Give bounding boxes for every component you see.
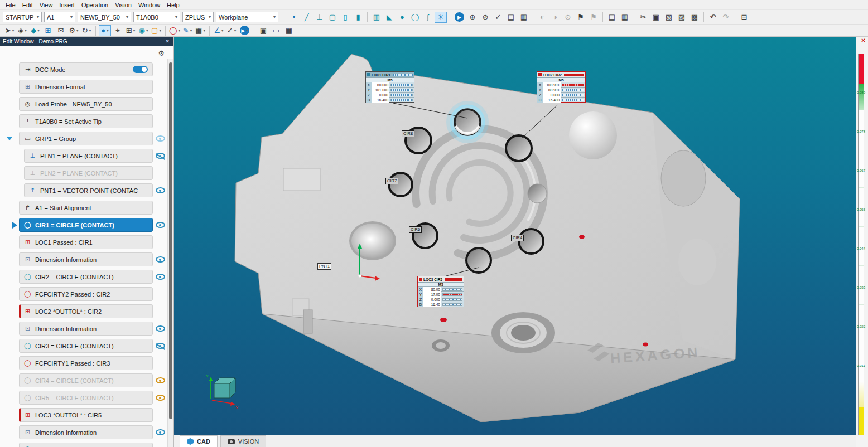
feature-list-icon[interactable]: ⊞	[124, 25, 137, 36]
wireframe-sphere-icon[interactable]: ◑	[549, 12, 561, 23]
visibility-eye-icon[interactable]	[156, 377, 165, 383]
notch-icon[interactable]: ▮	[352, 12, 364, 23]
grid-icon[interactable]: ▦	[194, 25, 206, 36]
cut-icon[interactable]: ✂	[637, 12, 649, 23]
startup-dropdown[interactable]: STARTUP	[3, 12, 42, 22]
probe-toolbox-icon[interactable]: ◆	[29, 25, 41, 36]
visibility-eye-icon[interactable]	[156, 325, 165, 332]
visibility-eye-icon[interactable]	[156, 187, 165, 193]
tree-item-dcc-mode[interactable]: ⇥DCC Mode	[2, 62, 167, 76]
dimension-callout-loc3[interactable]: LOC3 CIR5 M5 X80.00 Y17.00 Z0.000 D16.40	[417, 276, 464, 307]
cylinder-icon[interactable]: ▥	[370, 12, 383, 23]
visibility-eye-icon[interactable]	[156, 429, 165, 435]
rotate-icon[interactable]: ↻	[80, 25, 93, 36]
vector-icon[interactable]: ∠	[213, 25, 225, 36]
view-setup-icon[interactable]: ◈	[16, 25, 28, 36]
insert-feature-icon[interactable]: ⊕	[466, 12, 479, 23]
tree-item-cir3[interactable]: ◯CIR3 = CIRCLE (CONTACT)	[2, 339, 167, 353]
bookmark-icon[interactable]: ⚑	[575, 12, 587, 23]
tree-item-cir6[interactable]: ◯CIR6 = CIRCLE (CONTACT)	[2, 443, 167, 447]
tip-dropdown[interactable]: T1A0B0	[133, 12, 180, 22]
line-icon[interactable]: ╱	[301, 12, 313, 23]
cone-icon[interactable]: ◣	[383, 12, 396, 23]
tree-item-dimension-information-3[interactable]: ⊡Dimension Information	[2, 425, 167, 439]
grid-table-icon[interactable]: ▩	[688, 12, 701, 23]
tree-item-dimension-format[interactable]: ⊞Dimension Format	[2, 80, 167, 94]
tree-item-loc3[interactable]: ⊞LOC3 *OUTTOL* : CIR5	[2, 408, 167, 422]
graphics-view-icon[interactable]: ●	[99, 25, 111, 36]
zplus-dropdown[interactable]: ZPLUS	[182, 12, 214, 22]
tree-item-fcfcirty2[interactable]: ◯FCFCIRTY2 Passed : CIR2	[2, 287, 167, 301]
tree-item-cir5[interactable]: ◯CIR5 = CIRCLE (CONTACT)	[2, 391, 167, 405]
tree-item-pln1[interactable]: ⊥PLN1 = PLANE (CONTACT)	[2, 149, 167, 163]
workplane-icon[interactable]: ▢	[150, 25, 162, 36]
feature-label-cir7[interactable]: CIR7	[385, 178, 398, 184]
square-slot-icon[interactable]: ▯	[339, 12, 351, 23]
visibility-eye-icon[interactable]	[156, 222, 165, 228]
visibility-eye-icon[interactable]	[156, 395, 165, 401]
circle-tool-icon[interactable]: ◯	[168, 25, 181, 36]
tree-item-dimension-information-2[interactable]: ⊡Dimension Information	[2, 322, 167, 336]
sketch-icon[interactable]: ✎	[181, 25, 194, 36]
plane-icon[interactable]: ⊥	[314, 12, 326, 23]
feature-label-cir4[interactable]: CIR4	[511, 235, 524, 241]
curve-icon[interactable]: ʃ	[422, 12, 434, 23]
round-slot-icon[interactable]: ▢	[326, 12, 339, 23]
execute-program-icon[interactable]: ▶	[240, 26, 249, 35]
report-grid-icon[interactable]: ▦	[619, 12, 631, 23]
tree-item-loc2[interactable]: ⊞LOC2 *OUTTOL* : CIR2	[2, 304, 167, 318]
feature-label-pnt1[interactable]: PNT1	[317, 263, 331, 270]
tab-cad[interactable]: CAD	[180, 435, 218, 447]
menu-window[interactable]: Window	[135, 1, 163, 9]
visibility-eye-icon[interactable]	[156, 256, 165, 263]
edit-window-title-bar[interactable]: Edit Window - Demo.PRG ✕	[0, 37, 173, 46]
gear-icon[interactable]: ⚙	[158, 49, 165, 57]
tree-item-pln2[interactable]: ⊥PLN2 = PLANE (CONTACT)	[2, 166, 167, 180]
probe-position-icon[interactable]: ⌖	[112, 25, 124, 36]
shaded-sphere-icon[interactable]: ◐	[536, 12, 548, 23]
close-graph-icon[interactable]: ✕	[861, 37, 866, 43]
menu-vision[interactable]: Vision	[112, 1, 135, 9]
verify-icon[interactable]: ✓	[492, 12, 504, 23]
dcc-mode-toggle[interactable]	[133, 66, 148, 73]
visibility-eye-off-icon[interactable]	[156, 343, 165, 349]
auto-feature-icon[interactable]: ✳	[435, 12, 447, 23]
menu-insert[interactable]: Insert	[56, 1, 78, 9]
edit-document-icon[interactable]: ▤	[505, 12, 517, 23]
live-view-icon[interactable]: ▭	[270, 25, 282, 36]
tree-item-fcfcirty1[interactable]: ◯FCFCIRTY1 Passed : CIR3	[2, 356, 167, 370]
menu-view[interactable]: View	[36, 1, 56, 9]
dimension-callout-loc1[interactable]: LOC1 CIR1 M5 X80.000 Y101.000 Z0.000 D16…	[365, 71, 414, 103]
zoom-fit-icon[interactable]: ⊞	[42, 25, 54, 36]
document-x-icon[interactable]: ▦	[518, 12, 530, 23]
view-orientation-cube[interactable]: Y X	[206, 373, 239, 410]
tree-item-cir2[interactable]: ◯CIR2 = CIRCLE (CONTACT)	[2, 270, 167, 284]
tree-item-dimension-information-1[interactable]: ⊡Dimension Information	[2, 252, 167, 266]
tree-scrollbar[interactable]	[167, 59, 173, 447]
mark-icon[interactable]: ⊘	[479, 12, 491, 23]
tree-item-pnt1[interactable]: ↥PNT1 = VECTOR POINT (CONTAC	[2, 183, 167, 197]
scrollbar-thumb[interactable]	[169, 62, 172, 419]
camera-icon[interactable]: ▣	[257, 25, 269, 36]
point-icon[interactable]: •	[288, 12, 300, 23]
pattern-icon[interactable]: ▨	[676, 12, 688, 23]
workplane-dropdown[interactable]: Workplane	[216, 12, 278, 22]
copy-icon[interactable]: ▣	[650, 12, 662, 23]
visibility-eye-icon[interactable]	[156, 135, 165, 142]
globe-icon[interactable]: ◉	[137, 25, 150, 36]
menu-operation[interactable]: Operation	[78, 1, 112, 9]
redo-icon[interactable]: ↷	[720, 12, 732, 23]
close-icon[interactable]: ✕	[164, 38, 171, 44]
tree-item-set-active-tip[interactable]: !T1A0B0 = Set Active Tip	[2, 114, 167, 128]
visibility-eye-off-icon[interactable]	[156, 153, 165, 159]
torus-icon[interactable]: ◯	[409, 12, 421, 23]
undo-icon[interactable]: ↶	[707, 12, 719, 23]
probe-mode-icon[interactable]: ➤	[3, 25, 16, 36]
dimension-callout-loc2[interactable]: LOC2 CIR2 M5 X108.991 Y88.991 Z0.000 D16…	[537, 71, 586, 103]
checkmark-icon[interactable]: ✓	[225, 25, 238, 36]
tree-item-a1[interactable]: ↱A1 = Start Alignment	[2, 201, 167, 215]
sphere-icon[interactable]: ●	[396, 12, 408, 23]
alignment-dropdown[interactable]: A1	[44, 12, 75, 22]
cad-viewport[interactable]: Y X HEXAGON LOC1 CIR1 M5 X80.000 Y101.00…	[174, 37, 856, 435]
probe-dropdown[interactable]: NEW5_BY_50	[78, 12, 131, 22]
